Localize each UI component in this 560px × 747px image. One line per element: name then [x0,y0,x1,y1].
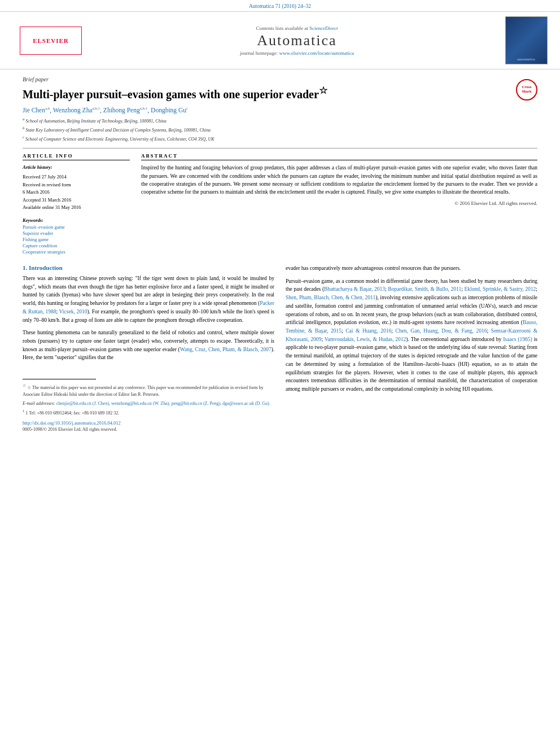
history-online: Available online 31 May 2016 [23,204,130,212]
right-para1: evader has comparatively more advantageo… [286,264,537,273]
body-left: 1. Introduction There was an interesting… [23,264,274,432]
author-jie-chen: Jie Chen [23,106,45,113]
email-links[interactable]: chenjie@bit.edu.cn (J. Chen), wenzhong@b… [56,401,270,406]
right-para2: Pursuit–evasion game, as a common model … [286,277,537,394]
contents-line: Contents lists available at ScienceDirec… [96,25,498,31]
history-label: Article history: [23,164,130,172]
keyword-4: Capture condition [23,243,130,248]
article-history: Article history: Received 27 July 2014 R… [23,164,130,212]
history-accepted: Accepted 31 March 2016 [23,196,130,204]
footnote-divider [23,379,96,383]
journal-title: Automatica [96,32,498,49]
ref-cai[interactable]: Cai & Huang, 2016 [345,328,391,334]
footnote-star: ☆ ☆ The material in this paper was not p… [23,383,274,398]
author-dongbing-gu: Dongbing Gu [151,106,186,113]
intro-para1: There was an interesting Chinese proverb… [23,274,274,324]
doi-link[interactable]: http://dx.doi.org/10.1016/j.automatica.2… [23,420,274,426]
elsevier-logo-area: ELSEVIER [6,27,96,55]
homepage-link[interactable]: www.elsevier.com/locate/automatica [279,50,354,56]
footnote-tel: 1 1 Tel: +86 010 68912464; fax: +86 010 … [23,408,274,417]
keywords-label: Keywords: [23,217,130,223]
ref-vamvoudakis[interactable]: Vamvoudakis, Lewis, & Hudas, 2012 [325,337,406,342]
elsevier-logo: ELSEVIER [20,27,82,55]
affiliation-c: c School of Computer Science and Electro… [23,134,537,143]
ref-vicsek[interactable]: Vicsek, 2010 [59,309,88,314]
ref-wang[interactable]: Wang, Cruz, Chen, Pham, & Blasch, 2007 [180,347,272,352]
body-content: 1. Introduction There was an interesting… [23,264,537,432]
keyword-3: Fishing game [23,237,130,242]
article-info: ARTICLE INFO Article history: Received 2… [23,153,130,255]
abstract-text: Inspired by the hunting and foraging beh… [141,164,537,196]
copyright-line: © 2016 Elsevier Ltd. All rights reserved… [141,200,537,206]
abstract-heading: ABSTRACT [141,153,537,160]
author-wenzhong-zha: Wenzhong Zha [53,106,93,113]
body-right: evader has comparatively more advantageo… [286,264,537,432]
keyword-1: Pursuit–evasion game [23,224,130,230]
ref-isaacs[interactable]: Isaacs (1965) [503,337,532,342]
affiliation-a: a School of Automation, Beijing Institut… [23,116,537,125]
journal-bar: Automatica 71 (2016) 24–32 [0,0,560,11]
journal-thumbnail [505,16,548,64]
divider-top [23,148,537,148]
history-revised-label: Received in revised form [23,181,130,189]
footnote-email: E-mail addresses: chenjie@bit.edu.cn (J.… [23,400,274,407]
brief-paper-label: Brief paper [23,76,537,82]
journal-bar-text: Automatica 71 (2016) 24–32 [249,3,311,9]
ref-shen[interactable]: Shen, Pham, Blasch, Chen, & Chen, 2011 [286,295,375,300]
issn-line: 0005-1098/© 2016 Elsevier Ltd. All right… [23,427,274,432]
ref-bhattacharya[interactable]: Bhattacharya & Başar, 2013 [324,286,385,292]
sciencedirect-link[interactable]: ScienceDirect [309,25,338,31]
keyword-2: Superior evader [23,230,130,236]
paper-content: Brief paper Multi-player pursuit–evasion… [0,69,560,443]
keywords-section: Keywords: Pursuit–evasion game Superior … [23,217,130,255]
journal-header-center: Contents lists available at ScienceDirec… [96,25,498,56]
homepage-line: journal homepage: www.elsevier.com/locat… [96,50,498,56]
ref-eklund[interactable]: Eklund, Sprinkle, & Sastry, 2012 [465,286,536,292]
history-received: Received 27 July 2014 [23,173,130,181]
keyword-5: Cooperative strategies [23,249,130,255]
ref-chen-gan[interactable]: Chen, Gan, Huang, Dou, & Fang, 2016 [395,328,487,334]
intro-para2: These hunting phenomena can be naturally… [23,329,274,362]
journal-header: ELSEVIER Contents lists available at Sci… [0,11,560,69]
ref-bopardikar[interactable]: Bopardikar, Smith, & Bullo, 2011 [388,286,461,292]
abstract-col: ABSTRACT Inspired by the hunting and for… [141,153,537,255]
article-info-heading: ARTICLE INFO [23,153,130,160]
affiliation-b: b State Key Laboratory of Intelligent Co… [23,125,537,134]
article-info-abstract: ARTICLE INFO Article history: Received 2… [23,153,537,255]
authors-line: Jie Chena,b, Wenzhong Zhaa,b,1, Zhihong … [23,106,537,113]
author-zhihong-peng: Zhihong Peng [103,106,140,113]
crossmark: CrossMark [516,79,537,101]
intro-heading: 1. Introduction [23,264,274,271]
history-revised-date: 6 March 2016 [23,189,130,196]
journal-thumbnail-area [498,16,554,64]
paper-title: Multi-player pursuit–evasion games with … [23,85,327,102]
affiliations: a School of Automation, Beijing Institut… [23,116,537,142]
